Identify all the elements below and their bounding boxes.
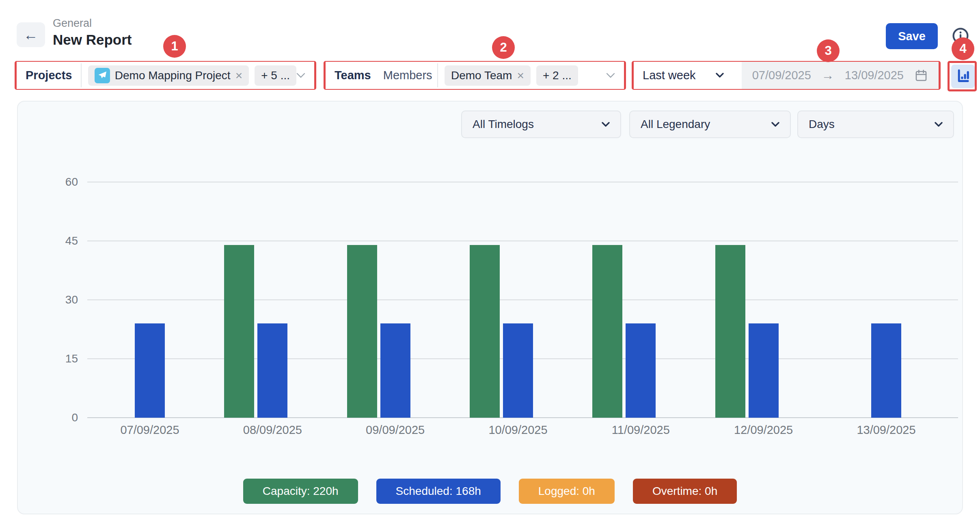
x-axis-tick-label: 13/09/2025 [857, 423, 915, 437]
legend-filter-dropdown[interactable]: All Legendary [629, 111, 791, 138]
x-axis-tick-label: 07/09/2025 [120, 423, 179, 437]
chart-legend: Capacity: 220hScheduled: 168hLogged: 0hO… [17, 479, 963, 504]
timelog-filter-dropdown[interactable]: All Timelogs [461, 111, 621, 138]
calendar-icon[interactable] [914, 69, 928, 82]
chevron-down-icon [716, 73, 724, 78]
team-chip[interactable]: Demo Team × [445, 65, 531, 86]
airplane-avatar-icon [95, 68, 110, 83]
annotation-badge-2: 2 [492, 36, 515, 59]
end-date: 13/09/2025 [845, 69, 904, 82]
legend-overtime-button[interactable]: Overtime: 0h [633, 479, 737, 504]
x-axis-tick-label: 11/09/2025 [612, 423, 670, 437]
bar-capacity[interactable] [715, 245, 745, 418]
y-axis-tick-label: 45 [33, 234, 78, 248]
annotation-badge-4: 4 [952, 37, 974, 60]
chart-type-button[interactable] [951, 65, 975, 88]
granularity-value: Days [809, 118, 835, 131]
chevron-down-icon [935, 122, 943, 127]
legend-filter-value: All Legendary [641, 118, 710, 131]
project-chip[interactable]: Demo Mapping Project × [88, 65, 249, 86]
bar-capacity[interactable] [592, 245, 622, 418]
arrow-right-icon: → [822, 68, 834, 83]
legend-capacity-button[interactable]: Capacity: 220h [243, 479, 358, 504]
gridline [87, 241, 958, 241]
y-axis-tick-label: 0 [33, 411, 78, 425]
date-range-display[interactable]: 07/09/2025 → 13/09/2025 [742, 62, 939, 89]
chevron-down-icon [602, 122, 610, 127]
gridline [87, 299, 958, 300]
x-axis-tick-label: 08/09/2025 [243, 423, 302, 437]
bar-scheduled[interactable] [257, 323, 287, 418]
projects-filter[interactable]: Projects Demo Mapping Project × + 5 ... [17, 62, 314, 89]
teams-more-chip[interactable]: + 2 ... [536, 65, 578, 86]
report-page: ← General New Report Save Projects Demo … [0, 0, 980, 516]
y-axis-tick-label: 30 [33, 293, 78, 307]
start-date: 07/09/2025 [752, 69, 811, 82]
teams-more-label: + 2 ... [543, 69, 572, 82]
bar-capacity[interactable] [347, 245, 377, 418]
daterange-filter[interactable]: Last week 07/09/2025 → 13/09/2025 [634, 62, 939, 89]
page-title: New Report [53, 32, 132, 48]
legend-logged-button[interactable]: Logged: 0h [519, 479, 615, 504]
bar-capacity[interactable] [470, 245, 500, 418]
projects-more-chip[interactable]: + 5 ... [255, 65, 296, 86]
x-axis-tick-label: 10/09/2025 [488, 423, 547, 437]
date-preset-select[interactable]: Last week [634, 62, 742, 89]
projects-label: Projects [26, 69, 72, 82]
chevron-down-icon[interactable] [606, 73, 615, 78]
annotation-badge-1: 1 [163, 35, 186, 58]
teams-filter[interactable]: Teams Members Demo Team × + 2 ... [326, 62, 624, 89]
teams-tab[interactable]: Teams [335, 69, 371, 82]
team-chip-label: Demo Team [451, 69, 512, 82]
gridline [87, 182, 958, 182]
arrow-left-icon: ← [24, 26, 38, 43]
bar-scheduled[interactable] [626, 323, 656, 418]
granularity-dropdown[interactable]: Days [797, 111, 954, 138]
chevron-down-icon[interactable] [296, 73, 305, 78]
bar-scheduled[interactable] [503, 323, 533, 418]
projects-more-label: + 5 ... [261, 69, 290, 82]
remove-team-icon[interactable]: × [517, 69, 524, 82]
x-axis-tick-label: 09/09/2025 [366, 423, 425, 437]
x-axis-tick-label: 12/09/2025 [734, 423, 793, 437]
project-chip-label: Demo Mapping Project [115, 69, 231, 82]
remove-project-icon[interactable]: × [235, 69, 243, 82]
y-axis-tick-label: 60 [33, 175, 78, 189]
save-button[interactable]: Save [886, 23, 938, 49]
annotation-badge-3: 3 [817, 39, 840, 62]
y-axis-tick-label: 15 [33, 352, 78, 366]
bar-capacity[interactable] [224, 245, 254, 418]
breadcrumb: General [53, 17, 92, 30]
bar-scheduled[interactable] [135, 323, 165, 418]
bar-scheduled[interactable] [871, 323, 901, 418]
legend-scheduled-button[interactable]: Scheduled: 168h [376, 479, 501, 504]
bar-chart-icon [954, 68, 971, 85]
bar-scheduled[interactable] [749, 323, 779, 418]
members-tab[interactable]: Members [383, 69, 432, 82]
back-button[interactable]: ← [17, 22, 45, 47]
timelog-filter-value: All Timelogs [473, 118, 534, 131]
bar-scheduled[interactable] [380, 323, 410, 418]
date-preset-value: Last week [643, 69, 696, 82]
chevron-down-icon [771, 122, 779, 127]
